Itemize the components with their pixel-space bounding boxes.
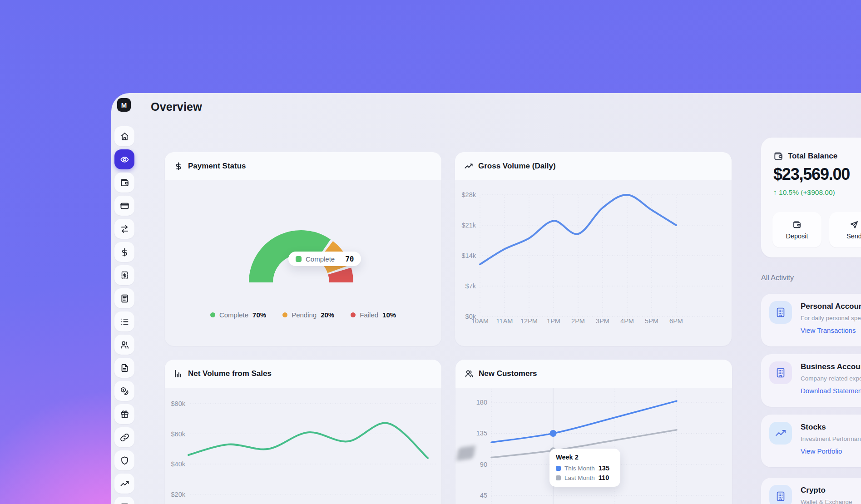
svg-text:$28k: $28k [462, 191, 476, 198]
payment-status-header: Payment Status [165, 152, 441, 180]
send-button[interactable]: Send [829, 212, 861, 247]
tooltip-row: This Month 135 [556, 464, 614, 472]
series-value: 110 [599, 474, 609, 481]
trending-up-icon [775, 427, 787, 439]
legend-item-pending: Pending 20% [282, 311, 334, 319]
activity-title: Stocks [801, 423, 826, 432]
sidebar-item-payments[interactable] [114, 242, 134, 262]
download-statements-link[interactable]: Download Statements [801, 387, 861, 395]
view-transactions-link[interactable]: View Transactions [801, 326, 856, 334]
deposit-button[interactable]: Deposit [772, 212, 821, 247]
svg-text:5PM: 5PM [645, 317, 658, 325]
sidebar-item-analytics[interactable] [114, 474, 134, 494]
legend-value: 20% [321, 311, 334, 319]
activity-title: Crypto [801, 486, 826, 495]
sidebar-item-cards[interactable] [114, 196, 134, 216]
card-title: New Customers [479, 369, 537, 378]
sidebar-item-coins[interactable] [114, 381, 134, 401]
activity-subtitle: Company-related expenses [801, 375, 861, 382]
activity-subtitle: Wallet & Exchange [801, 499, 852, 504]
legend-value: 70% [252, 311, 266, 319]
icon-tile [769, 361, 792, 384]
total-balance-card: Total Balance $23,569.00 ↑ 10.5% (+$908.… [761, 138, 861, 257]
series-swatch [556, 475, 561, 480]
sidebar-item-invoices[interactable] [114, 265, 134, 285]
legend-dot [351, 312, 356, 317]
svg-text:$7k: $7k [465, 282, 476, 290]
wallet-icon [120, 178, 129, 188]
svg-text:12PM: 12PM [520, 317, 538, 325]
svg-text:$21k: $21k [462, 222, 476, 229]
sidebar-item-devices[interactable] [114, 497, 134, 504]
legend-value: 10% [382, 311, 396, 319]
activity-card-personal-account[interactable]: Personal Account For daily personal spen… [761, 294, 861, 346]
sidebar-item-transfers[interactable] [114, 219, 134, 239]
trending-up-icon [464, 162, 473, 171]
svg-text:90: 90 [480, 461, 487, 468]
svg-text:$80k: $80k [171, 400, 186, 407]
svg-text:$60k: $60k [171, 430, 186, 438]
sidebar-item-home[interactable] [114, 126, 134, 146]
sidebar-item-customers[interactable] [114, 335, 134, 355]
building-icon [775, 306, 787, 318]
sidebar-item-overview[interactable] [114, 149, 134, 169]
legend-swatch [296, 256, 302, 262]
activity-title: Personal Account [801, 302, 861, 311]
series-label: This Month [564, 465, 595, 472]
sidebar-item-calculator[interactable] [114, 288, 134, 308]
total-balance-label: Total Balance [788, 152, 837, 161]
building-icon [775, 490, 787, 502]
credit-card-icon [120, 201, 129, 211]
sidebar-item-documents[interactable] [114, 358, 134, 378]
file-text-icon [120, 363, 129, 373]
sidebar-item-links[interactable] [114, 427, 134, 447]
building-icon [775, 367, 787, 379]
desktop-background: M Overview [0, 0, 861, 504]
icon-tile [769, 301, 792, 324]
new-customers-header: New Customers [455, 360, 732, 388]
svg-text:$14k: $14k [462, 252, 476, 259]
tooltip-title: Week 2 [556, 454, 614, 461]
series-value: 135 [599, 464, 609, 472]
total-balance-head: Total Balance [773, 151, 837, 161]
send-icon [850, 220, 859, 229]
deposit-label: Deposit [786, 232, 808, 240]
calculator-icon [120, 294, 129, 303]
icon-tile [769, 422, 792, 445]
icon-tile [769, 485, 792, 504]
svg-text:45: 45 [480, 492, 487, 499]
sidebar-item-wallet[interactable] [114, 173, 134, 193]
net-volume-header: Net Volume from Sales [165, 360, 441, 388]
bar-chart-icon [174, 369, 183, 378]
gross-volume-card: $0k$7k$14k$21k$28k10AM11AM12PM1PM2PM3PM4… [455, 152, 732, 346]
app-logo[interactable]: M [117, 98, 131, 112]
activity-card-crypto[interactable]: Crypto Wallet & Exchange [761, 478, 861, 504]
gauge-tooltip: Complete 70 [288, 252, 361, 266]
svg-text:11AM: 11AM [496, 317, 513, 325]
gross-volume-chart[interactable]: $0k$7k$14k$21k$28k10AM11AM12PM1PM2PM3PM4… [455, 152, 732, 346]
page-title: Overview [151, 100, 202, 114]
dollar-sign-icon [174, 162, 183, 171]
activity-card-business-account[interactable]: Business Account Company-related expense… [761, 354, 861, 407]
sidebar-item-lists[interactable] [114, 311, 134, 331]
total-balance-change: ↑ 10.5% (+$908.00) [773, 188, 835, 197]
legend-dot [210, 312, 215, 317]
activity-subtitle: Investment Performance [801, 435, 861, 442]
activity-card-stocks[interactable]: Stocks Investment Performance View Portf… [761, 415, 861, 467]
sidebar-item-rewards[interactable] [114, 404, 134, 424]
series-swatch [556, 466, 561, 471]
svg-text:4PM: 4PM [620, 317, 634, 325]
gift-icon [120, 410, 129, 419]
svg-text:3PM: 3PM [596, 317, 609, 325]
card-title: Payment Status [188, 162, 246, 171]
coins-icon [120, 386, 129, 396]
sidebar-item-security[interactable] [114, 450, 134, 470]
device-icon [120, 502, 129, 504]
gross-volume-header: Gross Volume (Daily) [455, 152, 732, 180]
home-icon [120, 132, 129, 141]
send-label: Send [846, 232, 861, 240]
card-title: Net Volume from Sales [188, 369, 272, 378]
view-portfolio-link[interactable]: View Portfolio [801, 447, 842, 455]
wallet-icon [792, 220, 802, 229]
legend-label: Failed [360, 311, 378, 319]
